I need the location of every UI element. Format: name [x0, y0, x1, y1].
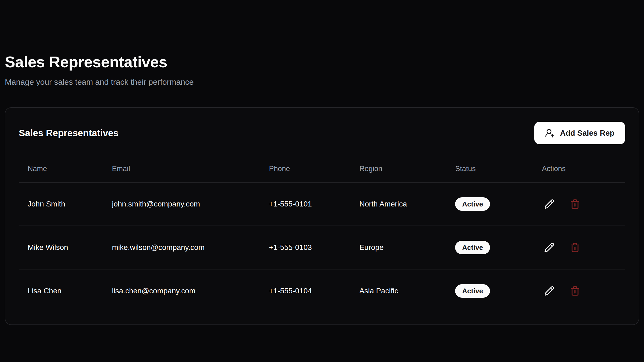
status-badge: Active: [455, 241, 490, 254]
status-badge: Active: [455, 284, 490, 298]
edit-button[interactable]: [542, 283, 557, 298]
column-header-name: Name: [19, 144, 103, 182]
table-row: John Smith john.smith@company.com +1-555…: [19, 182, 625, 226]
add-sales-rep-button[interactable]: Add Sales Rep: [534, 122, 625, 144]
rep-phone: +1-555-0104: [260, 269, 350, 312]
pencil-icon: [544, 242, 554, 253]
rep-name: Lisa Chen: [19, 269, 103, 312]
table-row: Mike Wilson mike.wilson@company.com +1-5…: [19, 226, 625, 269]
page-subtitle: Manage your sales team and track their p…: [5, 77, 639, 87]
user-plus-icon: [545, 128, 555, 138]
main-content: Sales Representatives Manage your sales …: [0, 53, 644, 325]
edit-button[interactable]: [542, 197, 557, 212]
column-header-phone: Phone: [260, 144, 350, 182]
edit-button[interactable]: [542, 240, 557, 255]
delete-button[interactable]: [568, 283, 583, 298]
rep-email: lisa.chen@company.com: [103, 269, 260, 312]
delete-button[interactable]: [568, 240, 583, 255]
trash-icon: [570, 199, 580, 209]
pencil-icon: [544, 286, 554, 296]
page-title: Sales Representatives: [5, 53, 639, 71]
sales-reps-card: Sales Representatives Add Sales Rep: [5, 107, 639, 325]
trash-icon: [570, 286, 580, 296]
row-actions: [542, 283, 616, 298]
column-header-status: Status: [446, 144, 533, 182]
rep-phone: +1-555-0103: [260, 226, 350, 269]
row-actions: [542, 197, 616, 212]
rep-region: North America: [350, 182, 446, 226]
table-row: Lisa Chen lisa.chen@company.com +1-555-0…: [19, 269, 625, 312]
card-header: Sales Representatives Add Sales Rep: [19, 122, 625, 144]
rep-email: mike.wilson@company.com: [103, 226, 260, 269]
status-badge: Active: [455, 197, 490, 211]
rep-email: john.smith@company.com: [103, 182, 260, 226]
add-sales-rep-label: Add Sales Rep: [560, 129, 614, 138]
rep-name: John Smith: [19, 182, 103, 226]
rep-region: Asia Pacific: [350, 269, 446, 312]
pencil-icon: [544, 199, 554, 209]
rep-name: Mike Wilson: [19, 226, 103, 269]
delete-button[interactable]: [568, 197, 583, 212]
card-title: Sales Representatives: [19, 128, 119, 138]
rep-phone: +1-555-0101: [260, 182, 350, 226]
column-header-actions: Actions: [533, 144, 625, 182]
row-actions: [542, 240, 616, 255]
sales-reps-table: Name Email Phone Region Status Actions J…: [19, 144, 625, 312]
column-header-region: Region: [350, 144, 446, 182]
rep-region: Europe: [350, 226, 446, 269]
table-header-row: Name Email Phone Region Status Actions: [19, 144, 625, 182]
trash-icon: [570, 242, 580, 253]
column-header-email: Email: [103, 144, 260, 182]
